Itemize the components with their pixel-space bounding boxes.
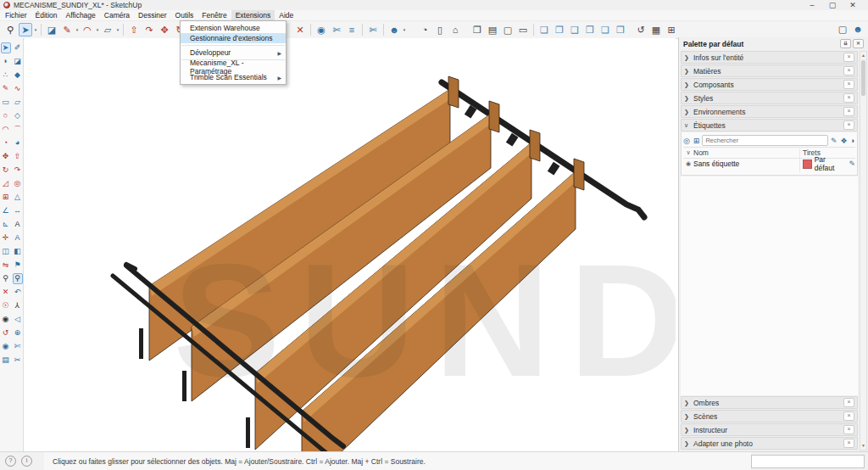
tag-row[interactable]: ◉Sans étiquettePar défaut✎ xyxy=(683,159,855,169)
walk-icon[interactable]: ⅄ xyxy=(13,300,23,311)
group-edit-4-icon[interactable]: ❒ xyxy=(583,23,597,36)
new-page-icon[interactable]: ▢ xyxy=(501,23,515,36)
menu-item-extension-warehouse[interactable]: Extension Warehouse xyxy=(181,23,286,33)
outer-shell-icon[interactable]: △ xyxy=(13,192,23,203)
chevron-right-icon[interactable]: ❯ xyxy=(684,413,693,420)
tag-icon[interactable]: ◆ xyxy=(13,70,23,81)
section-close-icon[interactable]: × xyxy=(843,93,854,103)
close-button[interactable]: ✕ xyxy=(843,0,863,10)
move-tool-icon[interactable]: ✥ xyxy=(158,23,171,36)
section-infos-sur-l-entit[interactable]: ❯Infos sur l'entité× xyxy=(681,51,858,64)
tags-header-chevron-icon[interactable]: ∨ xyxy=(683,149,693,156)
eraser-icon[interactable]: ◪ xyxy=(13,56,23,67)
section-close-icon[interactable]: × xyxy=(843,425,854,434)
section-instructeur[interactable]: ❯Instructeur× xyxy=(681,423,858,436)
chevron-right-icon[interactable]: ❯ xyxy=(684,400,693,406)
dock-panel-icon[interactable]: ⇊ xyxy=(840,39,851,48)
filter-target-icon[interactable]: ◎ xyxy=(683,137,690,145)
section-close-icon[interactable]: × xyxy=(843,120,854,130)
intersect-icon[interactable]: ⊞ xyxy=(1,192,11,203)
maximize-button[interactable]: ▢ xyxy=(822,0,843,10)
purge-icon[interactable]: ◗ xyxy=(851,137,855,145)
model-viewport[interactable]: SUND xyxy=(25,38,676,452)
account-icon[interactable]: ☻ xyxy=(851,22,865,36)
menu-fichier[interactable]: Fichier xyxy=(1,10,31,20)
menu-item-d-veloppeur[interactable]: Développeur▶ xyxy=(181,48,286,58)
section-close-icon[interactable]: × xyxy=(843,398,854,407)
match-photo-icon[interactable]: ◁ xyxy=(13,314,23,325)
menu-outils[interactable]: Outils xyxy=(171,10,198,20)
paint-bucket-icon[interactable]: ◗ xyxy=(1,56,11,67)
menu-dition[interactable]: Édition xyxy=(31,10,62,20)
protractor-icon[interactable]: ⊾ xyxy=(1,219,11,230)
edit-pencil-icon[interactable]: ✎ xyxy=(831,137,837,145)
chevron-down-icon[interactable]: ∨ xyxy=(684,122,693,129)
offset-icon[interactable]: ◎ xyxy=(13,178,23,189)
panel-scrollbar[interactable]: ▲ ▼ xyxy=(860,51,867,450)
position-camera-icon[interactable]: ☉ xyxy=(1,300,11,311)
visible-eye-icon[interactable]: ◉ xyxy=(683,160,693,167)
flag-icon[interactable]: ⚑ xyxy=(13,260,23,271)
scroll-thumb[interactable] xyxy=(861,60,865,96)
user-account-icon[interactable]: ☻ xyxy=(387,23,401,36)
orbit-icon[interactable]: ↺ xyxy=(1,327,11,339)
zoom-icon[interactable]: ⚲ xyxy=(1,273,11,284)
section-close-icon[interactable]: × xyxy=(843,66,854,76)
group-edit-6-icon[interactable]: ❐ xyxy=(614,23,627,36)
export-layout-icon[interactable]: ⊞ xyxy=(665,23,678,36)
card-icon[interactable]: ▯ xyxy=(433,23,447,36)
user-account-caret-icon[interactable]: ▾ xyxy=(402,27,407,32)
credits-status-icon[interactable]: i xyxy=(21,456,32,467)
section-close-icon[interactable]: × xyxy=(843,107,854,116)
section-fill-icon[interactable]: ◧ xyxy=(13,246,23,257)
group-edit-1-icon[interactable]: ❏ xyxy=(537,23,551,36)
chevron-right-icon[interactable]: ❯ xyxy=(684,109,693,115)
tape-measure-icon[interactable]: ∠ xyxy=(1,205,11,216)
zoom-extents-icon[interactable]: ✕ xyxy=(1,287,11,298)
look-around-icon[interactable]: ◉ xyxy=(1,314,11,325)
three-point-arc-icon[interactable]: ◔ xyxy=(1,137,11,148)
undo-view-icon[interactable]: ↺ xyxy=(634,23,648,36)
lasso-icon[interactable]: ✐ xyxy=(13,42,23,53)
frame-icon[interactable]: ▭ xyxy=(516,23,530,36)
section-styles[interactable]: ❯Styles× xyxy=(681,92,858,104)
zoom-window-icon[interactable]: ⚲ xyxy=(13,273,23,284)
follow-me-icon[interactable]: ↷ xyxy=(13,165,23,176)
arc-tool-icon[interactable]: ◠ xyxy=(81,23,94,36)
chevron-right-icon[interactable]: ❯ xyxy=(684,68,693,75)
minimize-button[interactable]: – xyxy=(802,0,822,10)
watch-icon[interactable]: ◔ xyxy=(418,23,431,36)
section-environnements[interactable]: ❯Environnements× xyxy=(681,105,858,118)
scroll-down-icon[interactable]: ▼ xyxy=(860,442,866,450)
section-adapter-une-photo[interactable]: ❯Adapter une photo× xyxy=(681,437,858,450)
add-tag-folder-icon[interactable]: ⊞ xyxy=(693,137,700,145)
rectangle-icon[interactable]: ▭ xyxy=(1,97,11,108)
two-point-arc-icon[interactable]: ⌒ xyxy=(13,124,23,135)
hide-similar-icon[interactable]: ✄ xyxy=(366,23,380,36)
three-d-text-icon[interactable]: A xyxy=(13,232,23,243)
line-tool-icon[interactable]: ✎ xyxy=(60,23,74,36)
move-icon[interactable]: ✥ xyxy=(1,151,11,162)
rotate-icon[interactable]: ↻ xyxy=(1,165,11,176)
rotated-rectangle-icon[interactable]: ▱ xyxy=(13,97,23,108)
scale-icon[interactable]: ◿ xyxy=(1,178,11,189)
tag-label-icon[interactable]: ❖ xyxy=(840,137,847,145)
freehand-icon[interactable]: ∿ xyxy=(13,83,23,94)
edit-tag-icon[interactable]: ✎ xyxy=(849,159,855,168)
menu-aide[interactable]: Aide xyxy=(275,10,298,20)
views-stack-icon[interactable]: ≡ xyxy=(345,23,359,36)
chevron-right-icon[interactable]: ❯ xyxy=(684,440,693,447)
notes-icon[interactable]: ▤ xyxy=(486,23,499,36)
section-close-icon[interactable]: × xyxy=(843,439,854,448)
group-edit-3-icon[interactable]: ❑ xyxy=(568,23,581,36)
section-cut-icon[interactable]: ✄ xyxy=(13,341,23,352)
zoom-model-icon[interactable]: ◉ xyxy=(314,23,328,36)
overlay-icon[interactable]: ◉ xyxy=(1,341,11,352)
select-tool-icon[interactable]: ➤ xyxy=(19,23,32,36)
chevron-right-icon[interactable]: ❯ xyxy=(684,54,693,61)
menu-cam-ra[interactable]: Caméra xyxy=(100,10,134,20)
circle-icon[interactable]: ○ xyxy=(1,110,11,121)
section-close-icon[interactable]: × xyxy=(843,411,854,421)
menu-item-mecanisme-xl-param-trage[interactable]: Mecanisme_XL - Paramétrage xyxy=(181,62,286,72)
dimension-icon[interactable]: ↔ xyxy=(13,205,23,216)
